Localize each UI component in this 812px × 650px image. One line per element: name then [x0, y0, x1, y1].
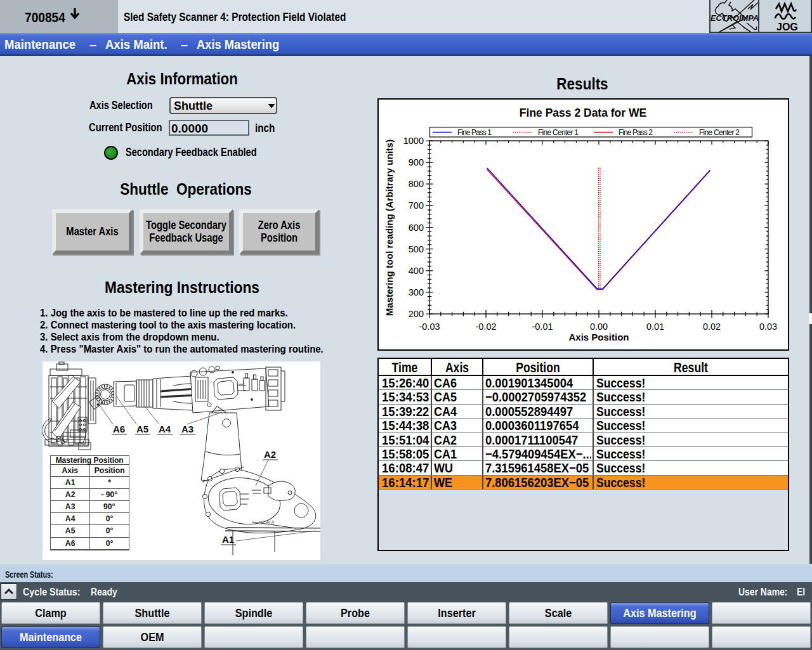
svg-text:Fine Pass 2 Data for WE: Fine Pass 2 Data for WE — [520, 107, 646, 119]
svg-text:0.02: 0.02 — [703, 322, 721, 332]
svg-text:700: 700 — [409, 200, 424, 211]
svg-text:-0.01: -0.01 — [532, 322, 553, 332]
svg-text:Fine Center 1: Fine Center 1 — [538, 128, 579, 137]
svg-text:400: 400 — [409, 266, 424, 276]
svg-text:900: 900 — [409, 157, 424, 167]
svg-text:500: 500 — [409, 244, 424, 254]
svg-text:1000: 1000 — [403, 136, 424, 146]
svg-text:A4: A4 — [159, 424, 171, 434]
svg-text:-0.02: -0.02 — [475, 322, 496, 332]
svg-text:Mastering tool reading (Arbitr: Mastering tool reading (Arbitrary units) — [384, 140, 395, 316]
svg-text:Fine Pass 1: Fine Pass 1 — [457, 128, 492, 137]
svg-text:600: 600 — [409, 223, 424, 233]
svg-text:300: 300 — [409, 287, 424, 297]
svg-text:ECTROIMPA: ECTROIMPA — [710, 14, 759, 23]
svg-text:A6: A6 — [113, 424, 125, 434]
svg-text:-0.03: -0.03 — [419, 322, 440, 332]
svg-text:0.03: 0.03 — [759, 322, 777, 332]
svg-text:A2: A2 — [264, 449, 276, 460]
svg-text:Fine Pass 2: Fine Pass 2 — [619, 128, 653, 137]
svg-text:JOG: JOG — [776, 22, 798, 32]
svg-text:A5: A5 — [136, 424, 148, 434]
svg-text:0.00: 0.00 — [590, 322, 608, 332]
svg-text:800: 800 — [409, 179, 424, 189]
svg-text:KUKA: KUKA — [259, 519, 275, 526]
svg-text:200: 200 — [409, 309, 424, 319]
svg-text:Axis Position: Axis Position — [568, 332, 629, 342]
svg-text:0.01: 0.01 — [646, 322, 664, 332]
svg-text:A3: A3 — [181, 424, 193, 434]
svg-text:Fine Center 2: Fine Center 2 — [699, 128, 740, 137]
svg-text:A1: A1 — [222, 534, 234, 545]
